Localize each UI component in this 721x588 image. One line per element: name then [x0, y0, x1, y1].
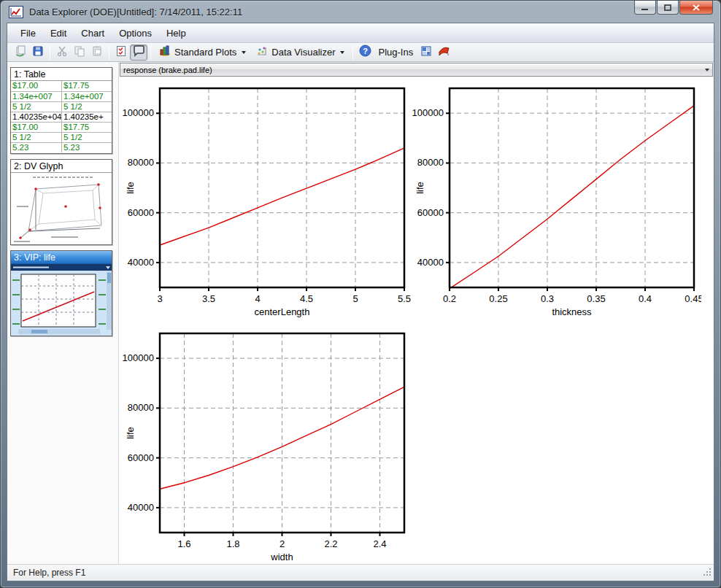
data-visualizer-button[interactable]: Data Visualizer [251, 45, 350, 61]
minimize-button[interactable] [634, 1, 656, 15]
maximize-button[interactable] [657, 1, 679, 15]
table-cell: 5 1/2 [61, 102, 112, 112]
main-area: response (brake.pad.life) 40000600008000… [119, 62, 714, 564]
svg-text:80000: 80000 [128, 402, 154, 413]
toolbar-separator [352, 45, 353, 60]
svg-text:4: 4 [255, 293, 260, 304]
save-button[interactable] [29, 45, 47, 61]
checklist-icon [115, 45, 127, 60]
svg-text:40000: 40000 [128, 257, 154, 268]
chart-life-vs-width: 4000060000800001000001.61.822.22.4widthl… [119, 322, 412, 563]
svg-text:0.45: 0.45 [685, 293, 701, 304]
bar-chart-icon [159, 45, 171, 59]
table-cell: $17.75 [61, 81, 112, 91]
combo-dropdown-arrow[interactable] [701, 69, 712, 71]
menu-edit[interactable]: Edit [43, 23, 74, 42]
status-text: For Help, press F1 [13, 568, 85, 578]
copy-button[interactable] [71, 45, 88, 61]
window-title: Data Explorer (DOE)[Untitled]: 7/14/2011… [29, 7, 242, 18]
svg-text:0.4: 0.4 [639, 293, 652, 304]
svg-text:100000: 100000 [412, 107, 444, 118]
flag-icon [438, 45, 450, 60]
save-icon [32, 45, 44, 60]
table-cell: 5 1/2 [11, 133, 61, 142]
svg-text:1.8: 1.8 [226, 538, 239, 549]
response-selector[interactable]: response (brake.pad.life) [120, 63, 713, 77]
panel-table[interactable]: 1: Table $17.00 $17.75 1.34e+007 1.34e+0… [10, 67, 112, 154]
window-controls [633, 1, 713, 15]
title-bar[interactable]: Data Explorer (DOE)[Untitled]: 7/14/2011… [1, 1, 720, 23]
grid-icon [420, 45, 432, 60]
chart-life-vs-centerLength: 40000600008000010000033.544.555.5centerL… [119, 77, 412, 318]
data-visualizer-label: Data Visualizer [271, 47, 335, 58]
svg-text:60000: 60000 [128, 207, 154, 218]
annotation-button[interactable] [130, 45, 147, 61]
cut-scissors-icon [56, 45, 68, 60]
thumbnail-sidebar: 1: Table $17.00 $17.75 1.34e+007 1.34e+0… [7, 62, 119, 564]
table-row: 1.34e+007 1.34e+007 [11, 91, 112, 101]
table-cell: 1.40235e+ [61, 112, 112, 122]
table-cell: 5.23 [11, 143, 61, 152]
chevron-down-icon [242, 51, 246, 54]
svg-text:3.5: 3.5 [202, 293, 215, 304]
table-row: $17.00 $17.75 [11, 122, 112, 132]
svg-text:life: life [125, 427, 136, 439]
app-chart-icon [9, 6, 23, 18]
table-row: 5 1/2 5 1/2 [11, 101, 112, 112]
plugins-label: Plug-Ins [374, 47, 417, 58]
table-cell: $17.75 [61, 123, 112, 132]
svg-text:thickness: thickness [552, 306, 592, 317]
svg-text:0.3: 0.3 [541, 293, 554, 304]
svg-text:0.25: 0.25 [489, 293, 507, 304]
standard-plots-button[interactable]: Standard Plots [154, 45, 251, 61]
menu-bar: File Edit Chart Options Help [7, 23, 714, 43]
status-bar: For Help, press F1 [7, 564, 714, 581]
svg-text:centerLength: centerLength [255, 306, 310, 317]
table-cell: 1.40235e+041 [11, 112, 61, 122]
data-visualizer-icon [256, 45, 268, 59]
svg-text:2.4: 2.4 [373, 538, 386, 549]
svg-text:life: life [125, 182, 136, 194]
svg-text:2: 2 [279, 538, 285, 549]
copy-icon [74, 45, 85, 60]
menu-options[interactable]: Options [112, 23, 159, 42]
menu-file[interactable]: File [13, 23, 43, 42]
help-button[interactable]: ? [356, 45, 374, 61]
panel-dv-glyph[interactable]: 2: DV Glyph [10, 159, 112, 245]
table-row: 5.23 5.23 [11, 142, 112, 152]
checklist-button[interactable] [112, 45, 130, 61]
table-cell: 1.34e+007 [61, 92, 112, 101]
cut-button[interactable] [53, 45, 71, 61]
revert-button[interactable] [12, 45, 29, 61]
response-selector-value: response (brake.pad.life) [123, 66, 701, 74]
response-selector-row: response (brake.pad.life) [119, 62, 714, 77]
toolbar-separator [109, 45, 109, 60]
vip-thumbnail [11, 264, 112, 336]
menu-help[interactable]: Help [159, 23, 193, 42]
app-window: Data Explorer (DOE)[Untitled]: 7/14/2011… [0, 0, 721, 588]
standard-plots-label: Standard Plots [174, 47, 236, 58]
svg-text:60000: 60000 [128, 452, 154, 463]
flag-button[interactable] [435, 45, 452, 61]
paste-button[interactable] [88, 45, 106, 61]
svg-text:100000: 100000 [123, 352, 154, 363]
svg-text:80000: 80000 [417, 157, 444, 168]
svg-text:40000: 40000 [128, 502, 154, 513]
menu-chart[interactable]: Chart [74, 23, 112, 42]
content-area: 1: Table $17.00 $17.75 1.34e+007 1.34e+0… [7, 62, 714, 564]
panel-vip-life[interactable]: 3: VIP: life [10, 250, 112, 336]
panel-vip-life-title: 3: VIP: life [11, 251, 112, 264]
table-cell: 5 1/2 [11, 102, 61, 112]
paste-clipboard-icon [91, 45, 103, 60]
table-cell: 5.23 [61, 143, 112, 152]
resize-grip[interactable] [702, 567, 712, 579]
svg-text:?: ? [363, 47, 368, 55]
svg-text:100000: 100000 [123, 107, 154, 118]
toolbar-separator [50, 45, 50, 60]
chart-life-vs-thickness: 4000060000800001000000.20.250.30.350.40.… [409, 77, 701, 318]
toolbar-separator [150, 45, 151, 60]
table-row: 1.40235e+041 1.40235e+ [11, 112, 112, 122]
plugin-grid-button[interactable] [417, 45, 435, 61]
close-button[interactable] [679, 1, 713, 15]
table-row: 5 1/2 5 1/2 [11, 132, 112, 142]
